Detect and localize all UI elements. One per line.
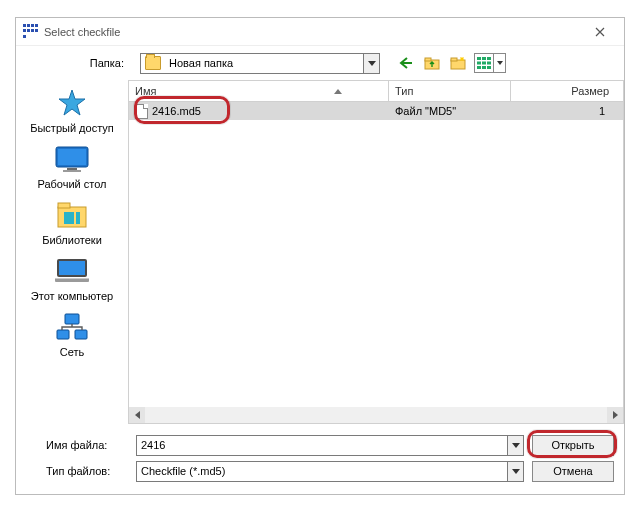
window-title: Select checkfile	[44, 26, 120, 38]
svg-rect-15	[67, 168, 77, 170]
folder-combo-text: Новая папка	[165, 57, 363, 69]
column-header-label: Имя	[135, 85, 156, 97]
file-icon	[135, 104, 148, 119]
chevron-down-icon	[512, 469, 520, 474]
column-header-size[interactable]: Размер	[511, 81, 624, 101]
svg-rect-19	[64, 212, 74, 224]
folder-combo[interactable]: Новая папка	[140, 53, 380, 74]
place-label: Библиотеки	[16, 234, 128, 246]
filetype-value: Checkfile (*.md5)	[137, 465, 507, 477]
svg-rect-6	[487, 57, 491, 60]
svg-rect-20	[76, 212, 80, 224]
svg-rect-26	[57, 330, 69, 339]
filetype-dropdown[interactable]	[507, 462, 523, 481]
svg-rect-14	[58, 149, 86, 165]
close-icon	[595, 27, 605, 37]
open-button-label: Открыть	[551, 439, 594, 451]
close-button[interactable]	[582, 22, 618, 42]
chevron-left-icon	[135, 411, 140, 419]
cancel-button[interactable]: Отмена	[532, 461, 614, 482]
place-quick-access[interactable]: Быстрый доступ	[16, 86, 128, 134]
horizontal-scrollbar[interactable]	[129, 407, 623, 423]
places-bar: Быстрый доступ Рабочий стол Библиотеки	[16, 80, 128, 424]
place-libraries[interactable]: Библиотеки	[16, 198, 128, 246]
place-this-pc[interactable]: Этот компьютер	[16, 254, 128, 302]
filename-combo[interactable]	[136, 435, 524, 456]
folder-combo-dropdown[interactable]	[363, 54, 379, 73]
svg-rect-24	[55, 278, 89, 279]
svg-rect-25	[65, 314, 79, 324]
app-icon	[22, 24, 38, 40]
svg-rect-1	[425, 58, 431, 61]
back-button[interactable]	[396, 53, 416, 73]
scroll-right-button[interactable]	[607, 407, 623, 423]
chevron-right-icon	[613, 411, 618, 419]
svg-rect-4	[477, 57, 481, 60]
place-desktop[interactable]: Рабочий стол	[16, 142, 128, 190]
place-label: Рабочий стол	[16, 178, 128, 190]
bottom-panel: Имя файла: Открыть Тип файлов: Checkfile…	[16, 424, 624, 494]
column-header-type[interactable]: Тип	[389, 81, 511, 101]
filename-input[interactable]	[137, 436, 507, 455]
filename-dropdown[interactable]	[507, 436, 523, 455]
svg-rect-8	[482, 62, 486, 65]
svg-rect-18	[58, 203, 70, 208]
titlebar: Select checkfile	[16, 18, 624, 46]
sort-asc-icon	[334, 89, 342, 94]
up-one-level-button[interactable]	[422, 53, 442, 73]
view-menu-dropdown[interactable]	[493, 54, 505, 72]
file-name: 2416.md5	[152, 105, 201, 117]
new-folder-button[interactable]	[448, 53, 468, 73]
place-label: Этот компьютер	[16, 290, 128, 302]
computer-icon	[16, 254, 128, 288]
svg-rect-11	[482, 66, 486, 69]
cancel-button-label: Отмена	[553, 465, 592, 477]
desktop-icon	[16, 142, 128, 176]
folder-toolbar: Папка: Новая папка	[16, 46, 624, 80]
file-type: Файл "MD5"	[389, 105, 511, 117]
chevron-down-icon	[368, 61, 376, 66]
svg-rect-3	[451, 58, 457, 61]
folder-label: Папка:	[24, 57, 134, 69]
file-list[interactable]: 2416.md5 Файл "MD5" 1	[128, 102, 624, 424]
scroll-left-button[interactable]	[129, 407, 145, 423]
column-header-label: Тип	[395, 85, 413, 97]
views-icon	[477, 57, 491, 69]
svg-rect-12	[487, 66, 491, 69]
filetype-label: Тип файлов:	[16, 465, 128, 477]
svg-rect-16	[63, 170, 81, 172]
new-folder-icon	[450, 56, 466, 70]
file-size: 1	[511, 105, 623, 117]
place-label: Быстрый доступ	[16, 122, 128, 134]
svg-rect-27	[75, 330, 87, 339]
view-menu-button[interactable]	[474, 53, 506, 73]
libraries-icon	[16, 198, 128, 232]
svg-rect-5	[482, 57, 486, 60]
column-headers: Имя Тип Размер	[128, 80, 624, 102]
file-row[interactable]: 2416.md5 Файл "MD5" 1	[129, 102, 623, 120]
column-header-label: Размер	[571, 85, 609, 97]
network-icon	[16, 310, 128, 344]
quick-access-icon	[16, 86, 128, 120]
filename-label: Имя файла:	[16, 439, 128, 451]
place-network[interactable]: Сеть	[16, 310, 128, 358]
svg-rect-7	[477, 62, 481, 65]
chevron-down-icon	[512, 443, 520, 448]
chevron-down-icon	[497, 61, 503, 65]
back-arrow-icon	[398, 56, 414, 70]
column-header-name[interactable]: Имя	[129, 81, 389, 101]
svg-rect-22	[59, 261, 85, 275]
open-button[interactable]: Открыть	[532, 435, 614, 456]
svg-rect-9	[487, 62, 491, 65]
open-file-dialog: Select checkfile Папка: Новая папка	[15, 17, 625, 495]
svg-rect-10	[477, 66, 481, 69]
folder-icon	[145, 56, 161, 70]
place-label: Сеть	[16, 346, 128, 358]
filetype-combo[interactable]: Checkfile (*.md5)	[136, 461, 524, 482]
up-folder-icon	[424, 56, 440, 70]
